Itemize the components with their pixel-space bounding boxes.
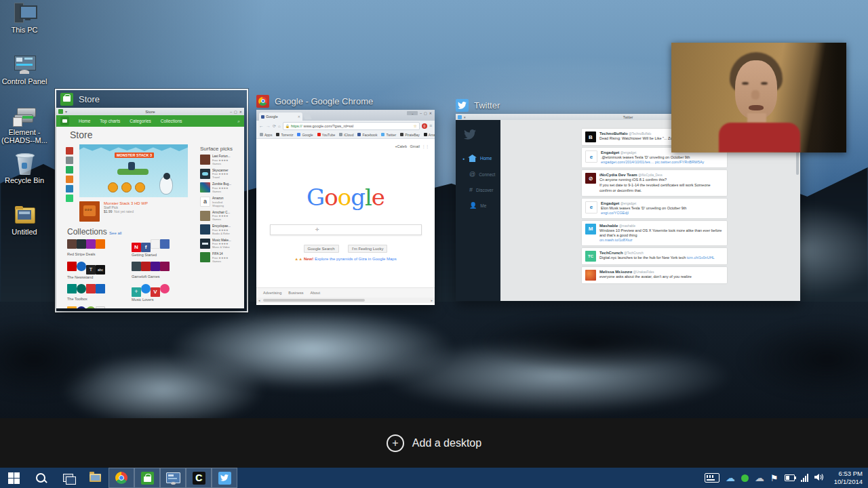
start-button[interactable]	[0, 468, 27, 488]
footer-about-link[interactable]: About	[311, 291, 320, 295]
desktop-icon-recycle-bin[interactable]: Recycle Bin	[0, 153, 49, 184]
promo-link[interactable]: Explore the pyramids of Giza in Google M…	[315, 257, 397, 261]
bookmark-item[interactable]: Amazon	[424, 133, 435, 137]
tweet[interactable]: Melissa Μελισσα @UnakasFides everyone as…	[582, 267, 727, 283]
google-search-input[interactable]: ✛	[270, 224, 422, 235]
bookmark-item[interactable]: Google	[297, 133, 313, 137]
pc-settings-taskbar-button[interactable]	[160, 468, 186, 488]
green-status-icon[interactable]	[741, 474, 749, 482]
twitter-nav-home[interactable]: ●Home	[462, 155, 500, 162]
store-quick-tiles[interactable]	[66, 147, 73, 202]
store-search-icon[interactable]: ⌕	[237, 119, 240, 124]
bookmark-item[interactable]: Twitter	[381, 133, 396, 137]
google-search-button[interactable]: Google Search	[304, 245, 339, 253]
surface-pick-item[interactable]: Zombie Bug...Free ★★★★Games	[200, 182, 241, 193]
tweet[interactable]: ⊘ iNoCydia Dev Team @iNoCydia_Devs Cn an…	[582, 170, 727, 195]
surface-pick-item[interactable]: Music Make...Free ★★★★Music & Video	[200, 239, 241, 249]
footer-advertising-link[interactable]: Advertising	[263, 291, 281, 295]
network-signal-icon[interactable]	[801, 474, 808, 482]
volume-icon[interactable]	[814, 472, 824, 484]
reload-icon[interactable]: ⟳	[273, 123, 276, 128]
camtasia-taskbar-button[interactable]: C	[186, 468, 212, 488]
chrome-tab[interactable]: Google ✕	[259, 113, 302, 121]
bookmark-item[interactable]: PirateBay	[400, 133, 420, 137]
bookmark-item[interactable]: YouTube	[317, 133, 336, 137]
tweet[interactable]: e Engadget @engadget Elon Musk teases Te…	[582, 199, 727, 218]
cloud-sync-icon[interactable]: ☁	[755, 473, 764, 483]
taskview-card-chrome[interactable]: Google - Google Chrome Google ✕ ⌄–▢✕ ← →…	[256, 92, 435, 305]
store-nav-top-charts[interactable]: Top charts	[100, 119, 120, 123]
tweet-link[interactable]: tcrn.ch/1v0nUHL	[687, 256, 715, 260]
chrome-menu-icon[interactable]: ≡	[429, 123, 432, 128]
collection-dishes-dining[interactable]: Dishes and Dining	[67, 306, 132, 308]
surface-pick-item[interactable]: FIFA 14Free ★★★★Games	[200, 252, 241, 263]
google-promo[interactable]: ▲▲ New! Explore the pyramids of Giza in …	[256, 257, 435, 261]
store-hero-banner[interactable]: MONSTER STACK 3	[79, 144, 188, 197]
adblock-icon[interactable]: 0	[422, 123, 427, 129]
new-tab-button[interactable]	[302, 113, 311, 119]
taskview-card-store[interactable]: Store ▾ Store –▢✕ Home Top charts Catego…	[55, 89, 248, 312]
collection-toolbox[interactable]: The Toolbox	[67, 284, 132, 302]
add-desktop-button[interactable]: Add a desktop	[412, 437, 481, 449]
chrome-window[interactable]: Google ✕ ⌄–▢✕ ← → ⟳ ⌂ 🔒 https:// www.goo…	[256, 110, 435, 305]
desktop-icon-element-drive[interactable]: Element - (CHADS--M...	[0, 105, 49, 144]
add-desktop-icon[interactable]: +	[387, 434, 404, 452]
collection-red-stripe[interactable]: Red Stripe Deals	[67, 239, 132, 257]
desktop-icon-untitled-folder[interactable]: Untitled	[0, 205, 49, 236]
collection-getting-started[interactable]: Nf Getting Started	[132, 239, 196, 257]
battery-icon[interactable]	[785, 474, 795, 481]
tweet[interactable]: M Mashable @mashable Windows 10 Preview …	[582, 221, 727, 245]
action-center-flag-icon[interactable]: ⚑	[770, 474, 778, 483]
surface-pick-item[interactable]: Armchair C...Free ★★★★Games	[200, 211, 241, 222]
file-explorer-button[interactable]	[81, 468, 108, 488]
apps-grid-icon[interactable]: ⋮⋮	[422, 144, 429, 148]
bookmark-star-icon[interactable]: ☆	[414, 123, 417, 128]
store-nav-collections[interactable]: Collections	[161, 119, 182, 123]
tweet-link[interactable]: engt.co/YCGEdjI	[601, 211, 629, 215]
tweet-link[interactable]: on.mash.to/1o8Xiuz	[599, 238, 633, 242]
collection-music-lovers[interactable]: +V Music Lovers	[132, 284, 196, 302]
store-nav-home[interactable]: Home	[79, 119, 90, 123]
gmail-link[interactable]: Gmail	[410, 144, 420, 148]
collection-newsstand[interactable]: Tabc The Newsstand	[67, 262, 132, 279]
onedrive-cloud-icon[interactable]: ☁	[726, 473, 735, 483]
tweet-link[interactable]: engadget.com/2014/10/01/tes… pic.twitter…	[601, 160, 704, 164]
collections-see-all[interactable]: See all	[109, 231, 121, 235]
chrome-window-controls[interactable]: ⌄–▢✕	[407, 111, 432, 115]
twitter-nav-connect[interactable]: @Connect	[462, 171, 500, 178]
store-nav-categories[interactable]: Categories	[130, 119, 151, 123]
scrollbar-thumb[interactable]	[263, 299, 365, 302]
footer-business-link[interactable]: Business	[288, 291, 303, 295]
back-icon[interactable]: ←	[259, 123, 264, 128]
surface-pick-item[interactable]: Encyclopae...Free ★★★★Books & Refer	[200, 224, 241, 235]
touch-keyboard-icon[interactable]	[705, 473, 719, 483]
forward-icon[interactable]: →	[266, 123, 271, 128]
bookmark-item[interactable]: Apps	[260, 133, 272, 137]
store-taskbar-button[interactable]	[134, 468, 160, 488]
bookmark-item[interactable]: Torrentz	[276, 133, 293, 137]
twitter-taskbar-button[interactable]	[212, 468, 237, 488]
taskbar-clock[interactable]: 6:53 PM 10/1/2014	[830, 470, 863, 486]
tab-close-icon[interactable]: ✕	[298, 115, 300, 119]
desktop-icon-control-panel[interactable]: Control Panel	[0, 54, 49, 85]
task-view-button[interactable]	[54, 468, 81, 488]
tweet[interactable]: TC TechCrunch @TechCrunch Digital.nyc la…	[582, 248, 727, 264]
search-button[interactable]	[27, 468, 54, 488]
collection-gameloft[interactable]: Gameloft Games	[132, 262, 196, 279]
home-icon[interactable]: ⌂	[278, 124, 281, 128]
horizontal-scrollbar[interactable]: ◂ ▸	[256, 298, 435, 303]
desktop-icon-this-pc[interactable]: This PC	[0, 3, 49, 34]
chrome-taskbar-button[interactable]	[108, 468, 134, 488]
surface-pick-item[interactable]: SkyscannerFree ★★★★Travel	[200, 169, 241, 180]
store-featured-item[interactable]: ooo Monster Stack 3 HD WP Staff Pick $1.…	[79, 201, 148, 222]
account-link[interactable]: +Caleb	[395, 144, 407, 148]
surface-pick-item[interactable]: aAmazonInstalledShopping	[200, 197, 241, 207]
twitter-nav-discover[interactable]: #Discover	[462, 186, 500, 193]
bookmark-item[interactable]: Facebook	[357, 133, 377, 137]
store-window[interactable]: ▾ Store –▢✕ Home Top charts Categories C…	[56, 108, 244, 308]
feeling-lucky-button[interactable]: I'm Feeling Lucky	[348, 245, 388, 253]
twitter-nav-me[interactable]: 👤Me	[462, 202, 500, 209]
surface-pick-item[interactable]: Last Fortun...Free ★★★★Games	[200, 155, 241, 165]
address-bar[interactable]: 🔒 https:// www.google.com/?gws_rd=ssl ☆	[283, 122, 420, 130]
bookmark-item[interactable]: iCloud	[339, 133, 353, 137]
